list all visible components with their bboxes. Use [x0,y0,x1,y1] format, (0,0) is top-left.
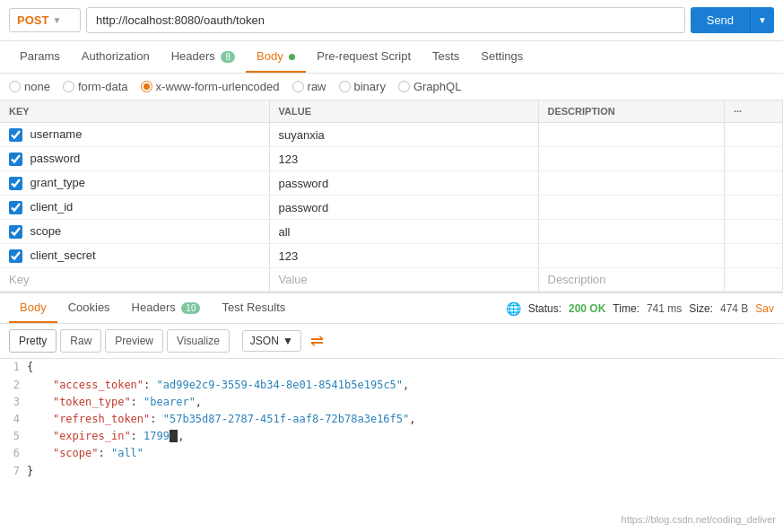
th-value: VALUE [269,100,538,123]
value-cell[interactable]: suyanxia [269,123,538,147]
body-type-formdata[interactable]: form-data [63,80,128,93]
desc-cell[interactable] [538,123,724,147]
bottom-tab-test-results[interactable]: Test Results [211,293,296,323]
row-checkbox[interactable] [9,225,22,239]
body-type-binary[interactable]: binary [339,80,386,93]
line-content: "expires_in": 1799 , [27,428,783,445]
radio-graphql [398,81,410,92]
radio-binary [339,81,351,92]
line-number: 4 [0,411,27,428]
th-description: DESCRIPTION [538,100,724,123]
size-value: 474 B [720,302,748,315]
body-type-bar: none form-data x-www-form-urlencoded raw… [0,74,783,100]
globe-icon: 🌐 [506,301,521,316]
tab-settings[interactable]: Settings [470,41,534,73]
desc-cell[interactable] [538,147,724,171]
resp-tab-preview[interactable]: Preview [105,329,163,353]
key-cell[interactable]: Key [0,268,269,292]
code-line: 3 "token_type": "bearer", [0,394,783,411]
tab-authorization[interactable]: Authorization [71,41,161,73]
send-btn-group: Send ▼ [691,7,774,33]
code-line: 6 "scope": "all" [0,445,783,462]
body-type-raw[interactable]: raw [292,80,326,93]
radio-raw [292,81,304,92]
value-cell[interactable]: Value [269,268,538,292]
status-bar: 🌐 Status: 200 OK Time: 741 ms Size: 474 … [506,301,774,316]
th-key: KEY [0,100,269,123]
row-checkbox[interactable] [9,249,22,263]
save-label[interactable]: Sav [755,302,774,315]
send-dropdown-button[interactable]: ▼ [750,7,774,33]
bottom-tab-body[interactable]: Body [9,293,57,323]
value-cell[interactable]: all [269,220,538,244]
nav-tabs: Params Authorization Headers 8 Body Pre-… [0,41,783,74]
method-select[interactable]: POST ▼ [9,8,81,32]
key-cell[interactable]: client_id [0,196,269,220]
body-type-none[interactable]: none [9,80,50,93]
resp-tab-raw[interactable]: Raw [60,329,101,353]
send-button[interactable]: Send [691,7,750,33]
url-input[interactable] [86,7,685,33]
more-cell [724,147,782,171]
line-number: 5 [0,428,27,445]
line-content: "refresh_token": "57b35d87-2787-451f-aaf… [27,411,783,428]
format-select[interactable]: JSON ▼ [242,330,301,352]
row-checkbox[interactable] [9,177,22,190]
table-row: scope all [0,220,783,244]
format-label: JSON [250,335,279,347]
desc-cell[interactable] [538,196,724,220]
method-text: POST [17,13,48,27]
resp-tab-pretty[interactable]: Pretty [9,329,57,353]
code-line: 1{ [0,359,783,376]
key-cell[interactable]: grant_type [0,171,269,196]
desc-cell[interactable]: Description [538,268,724,292]
line-number: 3 [0,394,27,411]
watermark: https://blog.csdn.net/coding_deliver [622,514,776,525]
tab-params[interactable]: Params [9,41,71,73]
row-checkbox[interactable] [9,153,22,166]
radio-formdata [63,81,74,92]
value-cell[interactable]: password [269,171,538,196]
desc-cell[interactable] [538,220,724,244]
body-type-graphql[interactable]: GraphQL [398,80,461,93]
headers-badge: 8 [221,51,235,63]
line-content: "scope": "all" [27,445,783,462]
key-cell[interactable]: scope [0,220,269,244]
value-cell[interactable]: 123 [269,147,538,171]
row-checkbox[interactable] [9,201,22,214]
desc-cell[interactable] [538,171,724,196]
table-row: client_secret 123 [0,244,783,268]
wrap-button[interactable]: ⇌ [310,331,324,351]
line-number: 2 [0,377,27,394]
key-cell[interactable]: username [0,123,269,147]
code-line: 2 "access_token": "ad99e2c9-3559-4b34-8e… [0,377,783,394]
tab-tests[interactable]: Tests [422,41,470,73]
more-cell [724,220,782,244]
key-cell[interactable]: client_secret [0,244,269,268]
response-headers-badge: 10 [181,302,200,314]
code-line: 5 "expires_in": 1799 , [0,428,783,445]
tab-pre-request[interactable]: Pre-request Script [306,41,422,73]
row-checkbox[interactable] [9,128,22,142]
line-number: 7 [0,463,27,480]
resp-tab-visualize[interactable]: Visualize [167,329,230,353]
value-cell[interactable]: password [269,196,538,220]
response-toolbar: Pretty Raw Preview Visualize JSON ▼ ⇌ [0,324,783,359]
key-cell[interactable]: password [0,147,269,171]
more-cell [724,268,782,292]
time-label: Time: [613,302,639,315]
more-cell [724,123,782,147]
value-cell[interactable]: 123 [269,244,538,268]
line-content: "access_token": "ad99e2c9-3559-4b34-8e01… [27,377,783,394]
desc-cell[interactable] [538,244,724,268]
bottom-tab-cookies[interactable]: Cookies [57,293,121,323]
tab-headers[interactable]: Headers 8 [161,41,246,73]
params-table: KEY VALUE DESCRIPTION ··· username suyan… [0,100,783,292]
bottom-tab-headers[interactable]: Headers 10 [121,293,212,323]
table-row: grant_type password [0,171,783,196]
body-type-urlencoded[interactable]: x-www-form-urlencoded [141,80,280,93]
tab-body[interactable]: Body [246,41,306,73]
more-cell [724,244,782,268]
line-number: 1 [0,359,27,376]
format-dropdown-icon: ▼ [283,335,293,347]
